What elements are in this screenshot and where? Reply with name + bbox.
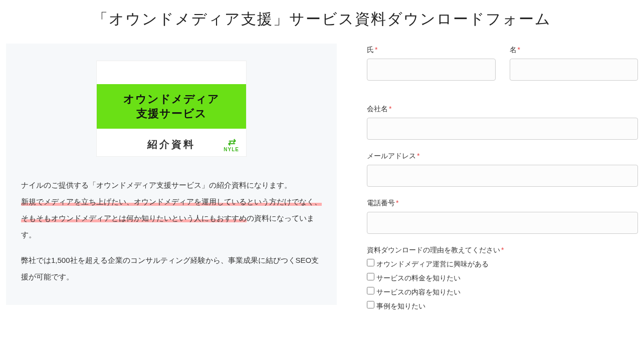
reason-option[interactable]: サービスの内容を知りたい [367, 287, 638, 297]
reason-checkbox[interactable] [367, 301, 374, 308]
brand-logo: ⇄ NYLE [224, 138, 239, 152]
required-mark: * [518, 46, 520, 54]
first-name-input[interactable] [510, 59, 638, 81]
email-input[interactable] [367, 165, 638, 187]
info-panel: オウンドメディア 支援サービス 紹介資料 ⇄ NYLE ナイルのご提供する「オウ… [6, 44, 337, 305]
reason-option-label: オウンドメディア運営に興味がある [376, 260, 489, 268]
description: ナイルのご提供する「オウンドメディア支援サービス」の紹介資料になります。 新規で… [21, 177, 322, 285]
reason-option[interactable]: 事例を知りたい [367, 301, 638, 311]
page-title: 「オウンドメディア支援」サービス資料ダウンロードフォーム [6, 9, 638, 30]
reason-options: オウンドメディア運営に興味がある サービスの料金を知りたい サービスの内容を知り… [367, 259, 638, 311]
last-name-label: 氏* [367, 46, 496, 55]
reason-option-label: サービスの料金を知りたい [376, 274, 461, 282]
company-label: 会社名* [367, 105, 638, 114]
required-mark: * [396, 199, 398, 207]
reason-option[interactable]: オウンドメディア運営に興味がある [367, 259, 638, 269]
reason-option-label: サービスの内容を知りたい [376, 288, 461, 296]
logo-mark-icon: ⇄ [224, 138, 239, 147]
cover-line-1: オウンドメディア [100, 92, 243, 107]
first-name-label: 名* [510, 46, 638, 55]
phone-input[interactable] [367, 212, 638, 234]
download-form: 氏* 名* 会社名* メールアドレス* 電話番号* 資料ダウンロードの理由を教え… [367, 44, 638, 323]
desc-p2: 弊社では1,500社を超える企業のコンサルティング経験から、事業成果に結びつくS… [21, 252, 322, 285]
logo-text: NYLE [224, 147, 239, 152]
reason-option[interactable]: サービスの料金を知りたい [367, 273, 638, 283]
required-mark: * [375, 46, 377, 54]
reason-option-label: 事例を知りたい [376, 302, 425, 310]
required-mark: * [501, 246, 504, 254]
reason-checkbox[interactable] [367, 259, 374, 266]
phone-label: 電話番号* [367, 199, 638, 208]
required-mark: * [417, 152, 419, 160]
required-mark: * [389, 105, 391, 113]
desc-p1a: ナイルのご提供する「オウンドメディア支援サービス」の紹介資料になります。 [21, 181, 292, 189]
cover-line-2: 支援サービス [100, 107, 243, 121]
email-label: メールアドレス* [367, 152, 638, 161]
last-name-input[interactable] [367, 59, 496, 81]
reason-checkbox[interactable] [367, 287, 374, 294]
company-input[interactable] [367, 118, 638, 140]
document-cover: オウンドメディア 支援サービス 紹介資料 ⇄ NYLE [96, 61, 247, 157]
reason-checkbox[interactable] [367, 273, 374, 280]
reason-label: 資料ダウンロードの理由を教えてください* [367, 246, 638, 255]
